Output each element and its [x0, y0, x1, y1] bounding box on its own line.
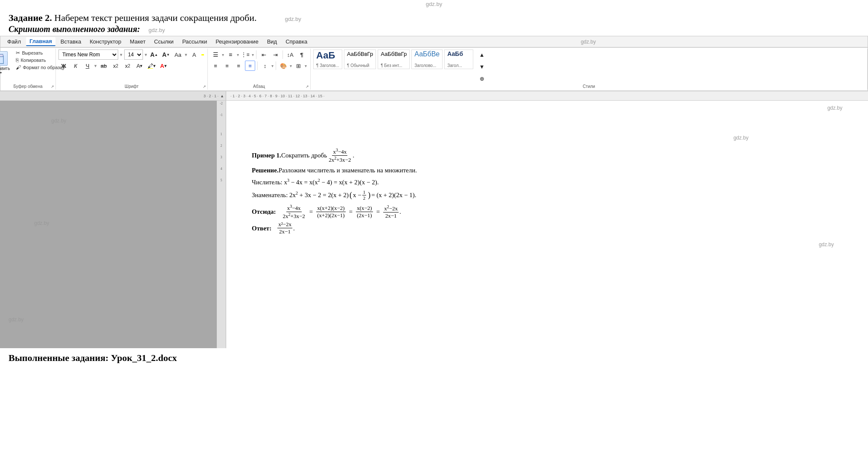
menu-constructor[interactable]: Конструктор	[86, 38, 125, 46]
equals3: =	[376, 207, 380, 217]
change-case-button[interactable]: Aa	[173, 49, 183, 60]
styles-scroll-down[interactable]: ▼	[477, 61, 487, 72]
vruler-mark-2: 2	[221, 144, 222, 148]
style-heading1[interactable]: АаБ ¶ Заголов...	[313, 49, 342, 69]
menu-mailings[interactable]: Рассылки	[179, 38, 210, 46]
menu-file[interactable]: Файл	[4, 38, 24, 46]
from-frac4-den: 2x−1	[384, 212, 398, 219]
document-content: Пример 1. Сократить дробь x3−4x 2x2+3x−2…	[252, 148, 847, 235]
font-expand[interactable]: ↗	[203, 84, 206, 89]
screenshot-watermark: gdz.by	[149, 27, 165, 33]
align-right-button[interactable]: ≡	[233, 61, 244, 71]
shading-button[interactable]: 🎨	[278, 61, 288, 71]
answer-bold: Ответ:	[252, 223, 271, 233]
ribbon-content: Вставить ▾ ✂ Вырезать ⎘ Копировать 🖌	[0, 47, 868, 91]
font-size-select[interactable]: 14	[124, 49, 143, 60]
pilcrow-button[interactable]: ¶	[297, 49, 307, 60]
from-frac1: x3−4x 2x2+3x−2	[282, 204, 306, 220]
align-center-button[interactable]: ≡	[222, 61, 232, 71]
font-label: Шрифт	[56, 84, 207, 89]
decrease-indent-button[interactable]: ⇤	[259, 49, 269, 60]
bullets-arrow: ▾	[222, 52, 224, 57]
style-nospace[interactable]: АаБбВвГр ¶ Без инт...	[378, 49, 410, 69]
paste-label: Вставить	[0, 66, 10, 71]
increase-indent-button[interactable]: ⇥	[270, 49, 280, 60]
subscript-button[interactable]: x2	[111, 61, 121, 71]
paragraph-expand[interactable]: ↗	[306, 84, 309, 89]
italic-button[interactable]: К	[70, 61, 81, 71]
font-color-arrow: ▾	[140, 63, 143, 69]
footer-area: Выполненные задания: Урок_31_2.docx	[0, 348, 868, 368]
text-color-button[interactable]: A ▾	[158, 61, 169, 71]
align-left-button[interactable]: ≡	[210, 61, 221, 71]
style-normal[interactable]: АаБбВвГр ¶ Обычный	[344, 49, 376, 69]
answer-line: Ответ: x²−2x 2x−1 .	[252, 221, 847, 235]
ruler-right: · 1 · 2 · 3 · 4 · 5 · 6 · 7 · 8 · 9 · 10…	[226, 91, 868, 100]
font-name-select[interactable]: Times New Rom	[58, 49, 118, 60]
sort-button[interactable]: ↕A	[285, 49, 295, 60]
example-fraction-den: 2x2+3x−2	[328, 156, 352, 163]
clipboard-group: Вставить ▾ ✂ Вырезать ⎘ Копировать 🖌	[0, 49, 56, 90]
example-title-bold: Пример 1.	[252, 150, 281, 160]
right-paren: )	[368, 189, 370, 201]
denominator-text2: = (x + 2)(2x − 1).	[371, 190, 416, 200]
paste-icon	[0, 51, 8, 66]
style4-preview: АаБбВе	[414, 51, 440, 58]
style3-label: ¶ Без инт...	[381, 63, 402, 68]
borders-button[interactable]: ⊞	[293, 61, 303, 71]
bullets-button[interactable]: ☰	[210, 49, 221, 60]
vruler-mark-neg1: -1	[220, 113, 223, 117]
style-heading2[interactable]: АаБбВе Заголово...	[411, 49, 443, 69]
task-description: Наберем текст решения задачи сокращения …	[54, 12, 256, 23]
clipboard-expand[interactable]: ↗	[51, 84, 54, 89]
menu-insert[interactable]: Вставка	[57, 38, 84, 46]
numerator-line: Числитель: x3 − 4x = x(x2 − 4) = x(x + 2…	[252, 177, 847, 187]
menu-review[interactable]: Рецензирование	[212, 38, 262, 46]
screenshot-label: Скриншот выполненного задания:	[9, 24, 140, 34]
line-spacing-button[interactable]: ↕	[260, 61, 270, 71]
from-here-bold: Отсюда:	[252, 207, 276, 217]
menu-view[interactable]: Вид	[264, 38, 281, 46]
highlight-button[interactable]: 🖍 ▾	[146, 61, 157, 71]
justify-button[interactable]: ≡	[245, 61, 255, 71]
ruler-right-numbers: · 1 · 2 · 3 · 4 · 5 · 6 · 7 · 8 · 9 · 10…	[230, 94, 324, 98]
para-divider4	[276, 61, 276, 70]
highlight-arrow: ▾	[153, 63, 156, 69]
text-color-icon: A	[160, 63, 164, 69]
menu-watermark: gdz.by	[312, 39, 864, 45]
numerator-text: Числитель: x3 − 4x = x(x2 − 4) = x(x + 2…	[252, 177, 379, 187]
menu-links[interactable]: Ссылки	[151, 38, 177, 46]
underline-button[interactable]: Ч	[82, 61, 93, 71]
format-painter-icon: 🖌	[16, 64, 21, 70]
from-frac3-num: x(x−2)	[356, 205, 373, 212]
highlight-icon: 🖍	[148, 63, 153, 69]
font-color-button[interactable]: A ▾	[134, 61, 145, 71]
menu-layout[interactable]: Макет	[126, 38, 149, 46]
paste-button[interactable]: Вставить ▾	[0, 49, 12, 76]
shrink-font-button[interactable]: A▼	[161, 49, 171, 60]
example-period: .	[352, 150, 354, 160]
superscript-button[interactable]: x2	[122, 61, 133, 71]
underline-arrow: ▾	[94, 63, 97, 69]
from-frac2-den: (x+2)(2x−1)	[316, 212, 345, 219]
paste-dropdown[interactable]: ▾	[0, 71, 2, 75]
grow-font-button[interactable]: A▲	[149, 49, 159, 60]
numbering-button[interactable]: ≡	[225, 49, 236, 60]
styles-scroll-up[interactable]: ▲	[477, 49, 487, 60]
menu-bar: Файл Главная Вставка Конструктор Макет С…	[0, 36, 868, 47]
from-frac3: x(x−2) (2x−1)	[356, 205, 373, 218]
bold-button[interactable]: Ж	[58, 61, 69, 71]
example-header: Пример 1. Сократить дробь x3−4x 2x2+3x−2…	[252, 148, 847, 163]
menu-help[interactable]: Справка	[282, 38, 311, 46]
style-heading3[interactable]: АаБб Загол...	[444, 49, 473, 69]
styles-more[interactable]: ⊕	[477, 73, 487, 84]
strikethrough-button[interactable]: ab	[99, 61, 109, 71]
menu-home[interactable]: Главная	[26, 37, 55, 46]
svg-rect-0	[0, 56, 3, 64]
ruler: 3 · 2 · 1 · ▲ · 1 · 2 · 3 · 4 · 5 · 6 · …	[0, 91, 868, 101]
copy-icon: ⎘	[16, 57, 19, 63]
clear-format-button[interactable]: A	[189, 49, 199, 60]
ruler-tab-stop: ▲	[220, 94, 224, 98]
numbering-arrow: ▾	[237, 52, 239, 57]
multilevel-button[interactable]: ⋮≡	[240, 49, 250, 60]
